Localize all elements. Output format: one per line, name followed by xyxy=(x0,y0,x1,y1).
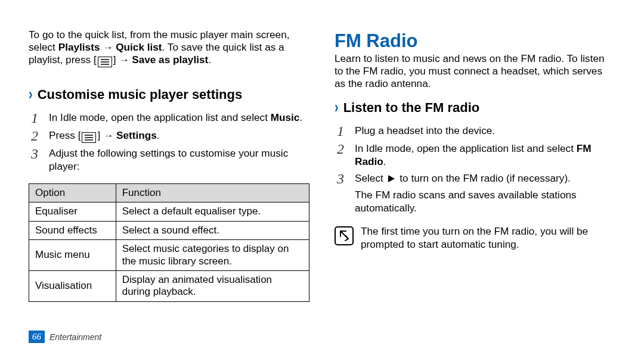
cell-function: Select a sound effect. xyxy=(116,221,309,239)
table-row: Visualisation Display an animated visual… xyxy=(29,271,309,302)
bold-music: Music xyxy=(271,111,300,123)
heading-text: Customise music player settings xyxy=(38,88,243,101)
text: ] → xyxy=(113,54,132,66)
text: . xyxy=(299,111,302,123)
options-table: Option Function Equaliser Select a defau… xyxy=(29,183,309,302)
step-3: Adjust the following settings to customi… xyxy=(29,147,309,173)
page-footer: 66 Entertainment xyxy=(29,328,309,343)
text: . xyxy=(383,155,386,167)
col-option: Option xyxy=(29,184,116,202)
bold-settings: Settings xyxy=(116,129,157,141)
text: Select xyxy=(355,172,386,184)
steps-listen: Plug a headset into the device. In Idle … xyxy=(335,120,615,218)
bold-quicklist: Quick list xyxy=(116,41,162,53)
steps-customise: In Idle mode, open the application list … xyxy=(29,107,309,176)
left-column: To go to the quick list, from the music … xyxy=(29,29,309,343)
step-2: In Idle mode, open the application list … xyxy=(335,142,615,168)
menu-icon xyxy=(82,132,96,143)
chevron-right-icon: › xyxy=(29,86,33,102)
page-number: 66 xyxy=(29,331,45,343)
intro-text: To go to the quick list, from the music … xyxy=(29,29,309,67)
bold-saveas: Save as playlist xyxy=(132,54,208,66)
cell-option: Sound effects xyxy=(29,221,116,239)
intro-paragraph: To go to the quick list, from the music … xyxy=(29,29,309,70)
cell-function: Select a default equaliser type. xyxy=(116,202,309,221)
table-row: Music menu Select music categories to di… xyxy=(29,240,309,271)
heading-listen: › Listen to the FM radio xyxy=(335,101,615,114)
page: To go to the quick list, from the music … xyxy=(0,0,644,349)
cell-function: Select music categories to display on th… xyxy=(116,240,309,271)
text: In Idle mode, open the application list … xyxy=(355,142,577,154)
sub-text: The FM radio scans and saves available s… xyxy=(355,188,615,214)
text: Adjust the following settings to customi… xyxy=(49,147,309,173)
cell-function: Display an animated visualisation during… xyxy=(116,271,309,302)
step-1: In Idle mode, open the application list … xyxy=(29,111,309,125)
cell-option: Music menu xyxy=(29,240,116,271)
text: . xyxy=(208,54,211,66)
right-column: FM Radio Learn to listen to music and ne… xyxy=(335,29,615,343)
table-header-row: Option Function xyxy=(29,184,309,202)
text: Press [ xyxy=(49,129,80,141)
cell-option: Visualisation xyxy=(29,271,116,302)
menu-icon xyxy=(98,57,112,67)
heading-fm-radio: FM Radio xyxy=(335,31,615,51)
chevron-right-icon: › xyxy=(335,99,339,116)
text: In Idle mode, open the application list … xyxy=(49,111,271,123)
play-icon xyxy=(387,174,395,183)
bold-playlists: Playlists xyxy=(58,41,100,53)
fm-intro: Learn to listen to music and news on the… xyxy=(335,52,615,92)
table-row: Sound effects Select a sound effect. xyxy=(29,221,309,239)
heading-text: Listen to the FM radio xyxy=(343,101,480,114)
cell-option: Equaliser xyxy=(29,202,116,221)
step-3: Select to turn on the FM radio (if neces… xyxy=(335,172,615,214)
note-block: The first time you turn on the FM radio,… xyxy=(335,225,615,251)
text: to turn on the FM radio (if necessary). xyxy=(397,172,571,184)
note-text: The first time you turn on the FM radio,… xyxy=(361,225,615,251)
section-name: Entertainment xyxy=(49,332,101,342)
text: Learn to listen to music and news on the… xyxy=(335,52,615,90)
text: . xyxy=(157,129,160,141)
heading-customise: › Customise music player settings xyxy=(29,88,309,101)
arrow: → xyxy=(100,41,116,53)
text: ] → xyxy=(97,129,116,141)
note-icon xyxy=(335,226,354,245)
step-1: Plug a headset into the device. xyxy=(335,124,615,138)
table-row: Equaliser Select a default equaliser typ… xyxy=(29,202,309,221)
col-function: Function xyxy=(116,184,309,202)
text: Plug a headset into the device. xyxy=(355,124,615,137)
step-2: Press [] → Settings. xyxy=(29,129,309,143)
